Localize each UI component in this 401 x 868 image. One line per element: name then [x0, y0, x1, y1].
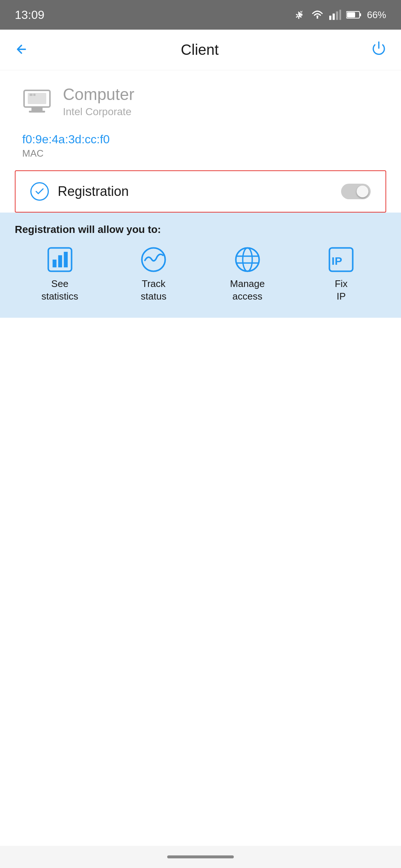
svg-rect-3 — [333, 14, 335, 20]
svg-point-21 — [236, 248, 259, 271]
statistics-icon — [47, 247, 73, 273]
toggle-thumb — [357, 186, 368, 197]
svg-rect-15 — [33, 94, 36, 96]
status-icons: ✲ 66% — [295, 8, 386, 21]
svg-rect-12 — [31, 108, 43, 111]
svg-rect-2 — [329, 16, 331, 20]
svg-point-22 — [243, 248, 252, 271]
bottom-nav — [0, 846, 401, 868]
svg-rect-14 — [30, 94, 33, 96]
status-time: 13:09 — [15, 8, 44, 22]
svg-point-1 — [317, 17, 319, 19]
registration-info-banner: Registration will allow you to: Seestati… — [0, 213, 401, 318]
device-info: Computer Intel Corporate — [63, 85, 134, 118]
mac-label: MAC — [22, 148, 379, 159]
fix-ip-icon: IP — [328, 247, 354, 273]
home-indicator — [167, 855, 234, 858]
mac-address: f0:9e:4a:3d:cc:f0 — [22, 133, 379, 146]
status-bar: 13:09 ✲ 66% — [0, 0, 401, 30]
registration-label: Registration — [58, 184, 129, 199]
feature-statistics-label: Seestatistics — [41, 278, 78, 303]
feature-access-label: Manageaccess — [230, 278, 265, 303]
svg-rect-17 — [53, 260, 57, 267]
mac-section: f0:9e:4a:3d:cc:f0 MAC — [15, 133, 386, 159]
back-button[interactable] — [15, 41, 28, 59]
registration-left: Registration — [30, 182, 129, 201]
feature-track-status: Trackstatus — [109, 247, 199, 303]
signal-icon — [329, 10, 341, 20]
svg-rect-19 — [64, 252, 68, 267]
device-name: Computer — [63, 85, 134, 104]
features-row: Seestatistics Trackstatus Manageaccess — [15, 247, 386, 303]
registration-info-title: Registration will allow you to: — [15, 224, 386, 236]
page-title: Client — [28, 41, 371, 58]
feature-manage-access: Manageaccess — [202, 247, 293, 303]
track-status-icon — [141, 247, 166, 273]
registration-check-icon — [30, 182, 49, 201]
wifi-icon — [311, 10, 324, 20]
battery-icon — [346, 10, 362, 20]
battery-percent: 66% — [367, 9, 386, 21]
feature-ip-label: FixIP — [335, 278, 348, 303]
main-content: Computer Intel Corporate f0:9e:4a:3d:cc:… — [0, 70, 401, 318]
device-computer-icon — [22, 89, 52, 114]
svg-rect-7 — [360, 13, 361, 16]
svg-rect-5 — [339, 10, 341, 20]
registration-toggle[interactable] — [341, 184, 371, 199]
feature-see-statistics: Seestatistics — [15, 247, 105, 303]
device-section: Computer Intel Corporate — [15, 85, 386, 118]
app-bar: Client — [0, 30, 401, 70]
svg-rect-13 — [29, 111, 45, 113]
power-button[interactable] — [371, 41, 386, 59]
bluetooth-icon: ✲ — [295, 8, 306, 21]
svg-rect-18 — [58, 255, 62, 267]
svg-rect-8 — [347, 12, 355, 17]
device-subtitle: Intel Corporate — [63, 106, 134, 118]
svg-rect-4 — [336, 11, 338, 20]
feature-fix-ip: IP FixIP — [296, 247, 387, 303]
svg-text:IP: IP — [332, 255, 343, 267]
manage-access-icon — [235, 247, 260, 273]
registration-row[interactable]: Registration — [15, 170, 386, 213]
feature-track-label: Trackstatus — [141, 278, 166, 303]
svg-text:✲: ✲ — [295, 11, 302, 21]
